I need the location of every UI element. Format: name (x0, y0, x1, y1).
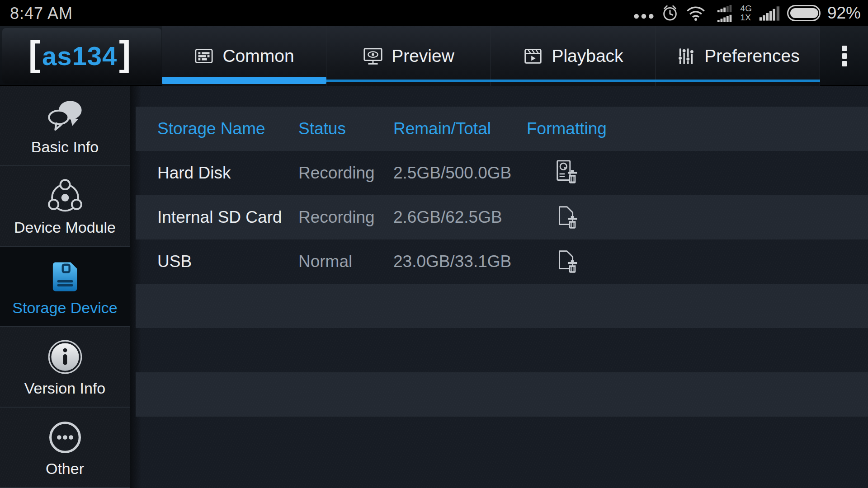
cell-remain-total: 23.0GB/33.1GB (393, 252, 527, 271)
table-row: USB Normal 23.0GB/33.1GB (136, 239, 868, 284)
sidebar-item-basic-info[interactable]: Basic Info (0, 86, 130, 166)
sidebar-item-label: Version Info (24, 380, 106, 396)
format-sd-card-button[interactable] (553, 203, 581, 231)
table-row-empty (136, 284, 868, 328)
network-type-label: 4G 1X (741, 4, 752, 22)
battery-fill (790, 8, 819, 18)
logo-bracket-left: [ (28, 38, 40, 70)
tab-icon (193, 46, 214, 66)
battery-icon (787, 5, 821, 21)
cell-status: Normal (298, 252, 393, 271)
sidebar-item-storage-device[interactable]: Storage Device (0, 247, 130, 327)
tab-label: Preview (392, 46, 454, 66)
cell-storage-name: Hard Disk (157, 164, 298, 183)
tab-preview[interactable]: Preview (326, 26, 491, 86)
header-storage-name: Storage Name (157, 119, 298, 138)
sidebar-item-icon (45, 258, 85, 296)
logo-text: as134 (40, 41, 119, 71)
screen: 8:47 AM 4G 1X 92% [as134] Common Pre (0, 0, 868, 488)
table-row-empty (136, 372, 868, 417)
tab-preferences[interactable]: Preferences (655, 26, 820, 86)
cell-signal-dual-icon (712, 4, 739, 22)
header-remain-total: Remain/Total (393, 119, 527, 138)
top-nav: [as134] Common Preview Playback Preferen… (0, 26, 868, 86)
header-formatting: Formatting (527, 119, 608, 138)
sidebar-item-icon (45, 177, 85, 215)
tab-playback[interactable]: Playback (491, 26, 655, 86)
sidebar-item-label: Basic Info (31, 139, 99, 155)
notification-dots-icon (633, 13, 654, 19)
cell-remain-total: 2.6GB/62.5GB (393, 208, 527, 227)
tab-label: Common (222, 46, 294, 66)
sidebar-item-label: Other (46, 461, 84, 476)
sidebar-item-version-info[interactable]: Version Info (0, 327, 130, 408)
battery-percent: 92% (827, 4, 861, 23)
cell-remain-total: 2.5GB/500.0GB (393, 164, 527, 183)
tab-icon (523, 46, 543, 66)
active-tab-underline (162, 77, 326, 84)
main-content: Storage Name Status Remain/Total Formatt… (130, 86, 868, 488)
sidebar-item-icon (45, 97, 85, 135)
storage-table: Storage Name Status Remain/Total Formatt… (136, 107, 868, 417)
format-hard-disk-button[interactable] (553, 159, 581, 187)
status-icons: 4G 1X 92% (633, 0, 861, 26)
overflow-menu-icon (839, 43, 850, 69)
table-header-row: Storage Name Status Remain/Total Formatt… (136, 107, 868, 151)
sidebar: Basic Info Device Module Storage Device … (0, 86, 130, 488)
table-row: Internal SD Card Recording 2.6GB/62.5GB (136, 195, 868, 239)
app-logo: [as134] (2, 28, 161, 84)
tab-icon (675, 46, 696, 66)
table-row: Hard Disk Recording 2.5GB/500.0GB (136, 151, 868, 195)
cell-status: Recording (298, 164, 393, 183)
sidebar-item-icon (45, 338, 85, 376)
tab-icon (363, 46, 383, 66)
clock: 8:47 AM (10, 4, 73, 23)
overflow-menu-button[interactable] (821, 26, 868, 86)
sidebar-item-device-module[interactable]: Device Module (0, 166, 130, 247)
logo-bracket-right: ] (119, 38, 131, 70)
cell-status: Recording (298, 208, 393, 227)
sidebar-item-icon (45, 418, 85, 456)
sidebar-item-label: Storage Device (12, 300, 117, 315)
table-row-empty (136, 328, 868, 372)
tab-label: Playback (552, 46, 623, 66)
format-sd-card-button[interactable] (553, 248, 581, 276)
cell-storage-name: Internal SD Card (157, 208, 298, 227)
header-status: Status (298, 119, 393, 138)
wifi-icon (686, 5, 706, 22)
cell-signal-dual: 4G 1X (712, 4, 752, 22)
sidebar-item-other[interactable]: Other (0, 408, 130, 488)
cell-storage-name: USB (157, 252, 298, 271)
status-bar: 8:47 AM 4G 1X 92% (0, 0, 868, 26)
sidebar-item-label: Device Module (14, 220, 116, 235)
alarm-clock-icon (661, 4, 679, 22)
tab-label: Preferences (704, 46, 799, 66)
cell-signal-icon (759, 5, 780, 22)
